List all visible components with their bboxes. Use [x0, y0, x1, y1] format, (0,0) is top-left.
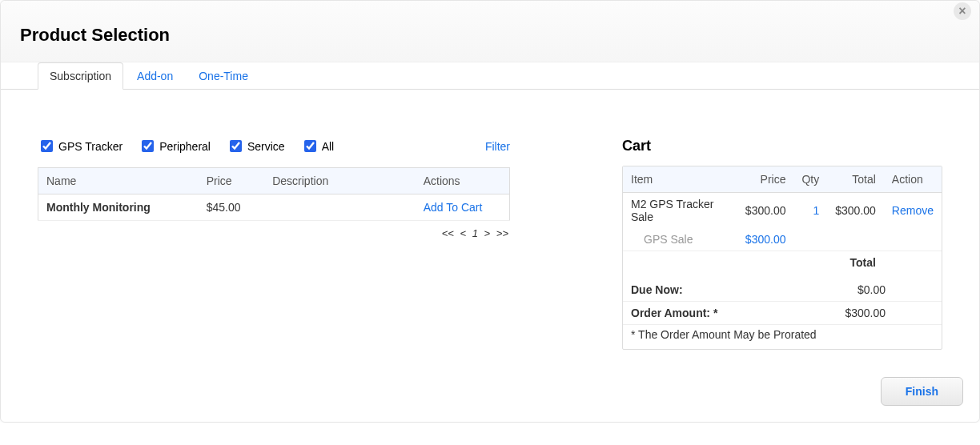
col-actions: Actions: [416, 168, 510, 194]
cart-sub-row: GPS Sale $300.00: [623, 228, 942, 251]
cart-footnote: * The Order Amount May be Prorated: [623, 325, 942, 349]
due-now-label: Due Now:: [623, 279, 797, 302]
cart-col-total: Total: [827, 166, 884, 193]
cart-item-qty[interactable]: 1: [813, 204, 819, 217]
cart-col-qty: Qty: [793, 166, 827, 193]
pager-next[interactable]: >: [483, 227, 492, 239]
close-icon: ×: [958, 4, 966, 18]
cart-col-item: Item: [623, 166, 737, 193]
products-table: Name Price Description Actions Monthly M…: [38, 167, 510, 221]
cart-sub-item: GPS Sale: [623, 228, 737, 251]
remove-link[interactable]: Remove: [892, 204, 934, 217]
order-amount-label: Order Amount: *: [623, 302, 797, 325]
filter-label: GPS Tracker: [58, 140, 122, 153]
pager: << < 1 > >>: [38, 227, 510, 239]
filter-all[interactable]: All: [301, 138, 335, 154]
cart-col-price: Price: [737, 166, 794, 193]
tab-subscription[interactable]: Subscription: [38, 62, 123, 90]
tab-content: GPS Tracker Peripheral Service All Filte…: [1, 89, 979, 366]
filter-service[interactable]: Service: [227, 138, 285, 154]
product-price: $45.00: [199, 194, 264, 221]
modal-header: × Product Selection: [1, 1, 979, 62]
product-list-panel: GPS Tracker Peripheral Service All Filte…: [38, 138, 510, 239]
filter-label: All: [322, 140, 335, 153]
order-amount-value: $300.00: [797, 302, 894, 325]
due-now-value: $0.00: [797, 279, 894, 302]
filter-link[interactable]: Filter: [485, 140, 510, 153]
add-to-cart-link[interactable]: Add To Cart: [424, 201, 483, 214]
cart-total-row: Total: [623, 251, 942, 275]
page-title: Product Selection: [20, 25, 960, 46]
modal-footer: Finish: [1, 366, 979, 422]
close-button[interactable]: ×: [954, 2, 971, 20]
pager-page: 1: [471, 227, 480, 239]
tab-one-time[interactable]: One-Time: [187, 62, 260, 90]
cart-sub-price[interactable]: $300.00: [745, 233, 786, 246]
cart-col-action: Action: [884, 166, 942, 193]
cart-title: Cart: [622, 138, 942, 154]
checkbox-peripheral[interactable]: [142, 140, 154, 152]
cart-total-label: Total: [827, 251, 884, 275]
cart-item-name: M2 GPS Tracker Sale: [623, 193, 737, 229]
product-name: Monthly Monitoring: [38, 194, 199, 221]
col-name: Name: [38, 168, 199, 194]
finish-button[interactable]: Finish: [881, 377, 963, 406]
cart-item-price: $300.00: [737, 193, 794, 229]
product-description: [264, 194, 415, 221]
tabs: Subscription Add-on One-Time: [38, 62, 979, 90]
filter-gps-tracker[interactable]: GPS Tracker: [38, 138, 122, 154]
col-price: Price: [199, 168, 264, 194]
filter-peripheral[interactable]: Peripheral: [139, 138, 211, 154]
col-description: Description: [264, 168, 415, 194]
filter-label: Peripheral: [159, 140, 211, 153]
cart-row: M2 GPS Tracker Sale $300.00 1 $300.00 Re…: [623, 193, 942, 229]
pager-first[interactable]: <<: [440, 227, 456, 239]
tab-add-on[interactable]: Add-on: [125, 62, 185, 90]
cart-table: Item Price Qty Total Action M2 GPS Track…: [623, 166, 942, 274]
pager-last[interactable]: >>: [495, 227, 510, 239]
cart-item-total: $300.00: [827, 193, 884, 229]
pager-prev[interactable]: <: [459, 227, 468, 239]
filter-label: Service: [247, 140, 285, 153]
cart-box: Item Price Qty Total Action M2 GPS Track…: [622, 166, 942, 350]
filter-row: GPS Tracker Peripheral Service All Filte…: [38, 138, 510, 154]
product-row: Monthly Monitoring $45.00 Add To Cart: [38, 194, 510, 221]
checkbox-all[interactable]: [304, 140, 316, 152]
checkbox-service[interactable]: [230, 140, 242, 152]
cart-summary: Due Now: $0.00 Order Amount: * $300.00: [623, 279, 942, 325]
product-selection-modal: × Product Selection Subscription Add-on …: [0, 0, 980, 423]
cart-panel: Cart Item Price Qty Total Action: [622, 138, 942, 350]
checkbox-gps-tracker[interactable]: [41, 140, 53, 152]
